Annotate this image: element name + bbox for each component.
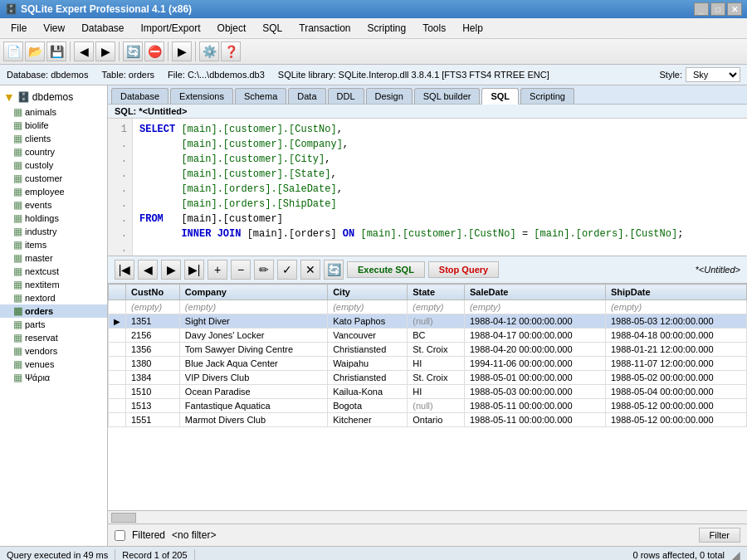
sidebar-item-custoly[interactable]: ▦custoly [0,158,107,172]
sidebar-item-items[interactable]: ▦items [0,238,107,251]
menu-transaction[interactable]: Transaction [291,20,358,37]
menu-file[interactable]: File [3,20,34,37]
table-icon: ▦ [13,319,22,330]
hscroll-thumb[interactable] [111,513,136,523]
table-row[interactable]: 1510Ocean ParadiseKailua-KonaHI1988-05-0… [109,385,747,399]
tab-ddl[interactable]: DDL [328,88,364,104]
menu-scripting[interactable]: Scripting [360,20,414,37]
execute-button[interactable]: ▶ [172,41,192,61]
filter-button[interactable]: Filter [699,528,740,543]
commit-button[interactable]: ✓ [277,260,297,280]
table-row[interactable]: 1551Marmot Divers ClubKitchenerOntario19… [109,413,747,427]
table-row[interactable]: 1380Blue Jack Aqua CenterWaipahuHI1994-1… [109,357,747,371]
sql-code-content[interactable]: SELECT [main].[customer].[CustNo], [main… [133,119,747,256]
refresh-button[interactable]: 🔄 [123,41,143,61]
sidebar-item-nextcust[interactable]: ▦nextcust [0,265,107,278]
sidebar-item-employee[interactable]: ▦employee [0,185,107,198]
back-button[interactable]: ◀ [74,41,94,61]
tab-sql[interactable]: SQL [481,88,519,105]
menu-sql[interactable]: SQL [255,20,290,37]
cancel-edit-button[interactable]: ✕ [300,260,320,280]
menu-database[interactable]: Database [74,20,131,37]
titlebar-controls[interactable]: _ □ ✕ [694,2,742,16]
database-bar: Database: dbdemos Table: orders File: C:… [0,65,747,85]
tab-database[interactable]: Database [111,88,168,104]
tab-design[interactable]: Design [366,88,413,104]
sidebar-item-country[interactable]: ▦country [0,145,107,158]
tab-scripting[interactable]: Scripting [520,88,574,104]
settings-button[interactable]: ⚙️ [199,41,219,61]
sidebar-item-reservat[interactable]: ▦reservat [0,331,107,344]
tab-extensions[interactable]: Extensions [170,88,233,104]
help-button[interactable]: ❓ [221,41,241,61]
results-area[interactable]: CustNoCompanyCityStateSaleDateShipDate (… [108,284,747,510]
prev-record-button[interactable]: ◀ [138,260,158,280]
menu-tools[interactable]: Tools [415,20,453,37]
cell-company: VIP Divers Club [179,371,327,385]
sidebar-item-nextitem[interactable]: ▦nextitem [0,278,107,291]
table-row[interactable]: ▶1351Sight DiverKato Paphos(null)1988-04… [109,314,747,329]
filtered-checkbox[interactable] [115,530,125,541]
file-info: File: C:\...\dbdemos.db3 [168,70,265,80]
results-body: (empty)(empty)(empty)(empty)(empty)(empt… [109,300,747,427]
menu-object[interactable]: Object [210,20,254,37]
open-button[interactable]: 📂 [25,41,45,61]
refresh-results-button[interactable]: 🔄 [324,260,344,280]
cell-state: (null) [408,399,465,413]
last-record-button[interactable]: ▶| [184,260,204,280]
table-row[interactable]: 2156Davy Jones' LockerVancouverBC1988-04… [109,329,747,343]
execute-sql-button[interactable]: Execute SQL [347,261,425,278]
db-info: Database: dbdemos [7,70,88,80]
forward-button[interactable]: ▶ [95,41,115,61]
tab-schema[interactable]: Schema [235,88,286,104]
sidebar-item-biolife[interactable]: ▦biolife [0,119,107,132]
sidebar-item-holdings[interactable]: ▦holdings [0,212,107,225]
sidebar-item-parts[interactable]: ▦parts [0,318,107,331]
menu-help[interactable]: Help [455,20,491,37]
col-custno: CustNo [126,285,180,300]
sidebar-item-events[interactable]: ▦events [0,198,107,212]
menu-view[interactable]: View [36,20,72,37]
sidebar-item-industry[interactable]: ▦industry [0,225,107,238]
new-button[interactable]: 📄 [3,41,23,61]
stop-button[interactable]: ⛔ [144,41,164,61]
sql-editor[interactable]: 1........10 SELECT [main].[customer].[Cu… [108,119,747,256]
sidebar-item-venues[interactable]: ▦venues [0,358,107,371]
cell-saledate: 1988-05-11 00:00:00.000 [464,413,605,427]
tree-root[interactable]: ▼ 🗄️ dbdemos [0,89,107,105]
close-button[interactable]: ✕ [727,2,742,16]
save-button[interactable]: 💾 [46,41,66,61]
sidebar-item-master[interactable]: ▦master [0,251,107,265]
table-row[interactable]: 1384VIP Divers ClubChristianstedSt. Croi… [109,371,747,385]
sidebar-item-vendors[interactable]: ▦vendors [0,344,107,358]
horizontal-scrollbar[interactable] [108,510,747,523]
sidebar-item-ψάρια[interactable]: ▦Ψάρια [0,371,107,384]
sidebar-item-nextord[interactable]: ▦nextord [0,291,107,304]
tab-data[interactable]: Data [288,88,325,104]
table-row[interactable]: 1356Tom Sawyer Diving CentreChristianste… [109,343,747,357]
first-record-button[interactable]: |◀ [115,260,134,280]
sidebar-item-clients[interactable]: ▦clients [0,132,107,145]
stop-query-button[interactable]: Stop Query [428,261,499,278]
cell-saledate: 1994-11-06 00:00:00.000 [464,357,605,371]
maximize-button[interactable]: □ [710,2,725,16]
results-table: CustNoCompanyCityStateSaleDateShipDate (… [108,284,747,427]
menu-import/export[interactable]: Import/Export [134,20,208,37]
style-selector[interactable]: Style: Sky Classic [659,67,740,82]
tab-sql-builder[interactable]: SQL builder [414,88,481,104]
delete-record-button[interactable]: − [231,260,251,280]
table-row[interactable]: 1513Fantastique AquaticaBogota(null)1988… [109,399,747,413]
add-record-button[interactable]: + [208,260,227,280]
edit-button[interactable]: ✏ [254,260,274,280]
minimize-button[interactable]: _ [694,2,709,16]
cell-city: Kitchener [328,413,408,427]
folder-icon: 🗄️ [17,91,30,103]
cell-city: Bogota [328,399,408,413]
sidebar-item-customer[interactable]: ▦customer [0,172,107,185]
tabs-bar: DatabaseExtensionsSchemaDataDDLDesignSQL… [108,85,747,105]
status-bar: Query executed in 49 ms Record 1 of 205 … [0,546,747,560]
sidebar-item-animals[interactable]: ▦animals [0,105,107,119]
next-record-button[interactable]: ▶ [161,260,181,280]
style-dropdown[interactable]: Sky Classic [686,67,740,82]
sidebar-item-orders[interactable]: ▦orders [0,304,107,318]
